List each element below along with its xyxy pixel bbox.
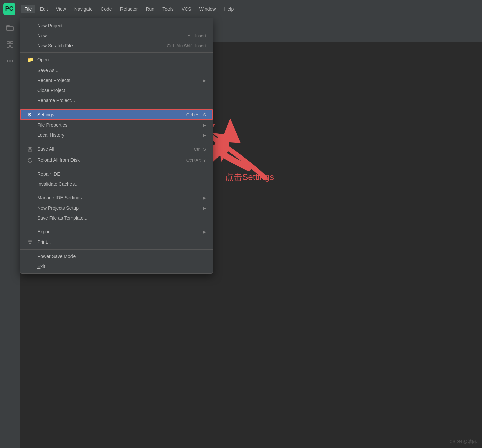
menu-file[interactable]: File <box>21 5 35 13</box>
menu-item-new-scratch[interactable]: New Scratch File Ctrl+Alt+Shift+Insert <box>20 41 213 51</box>
menu-item-label: Close Project <box>37 88 206 93</box>
menu-view[interactable]: View <box>53 5 69 13</box>
menu-item-local-history[interactable]: Local History ▶ <box>20 130 213 140</box>
menu-item-export[interactable]: Export ▶ <box>20 227 213 237</box>
divider-2 <box>20 107 213 107</box>
menu-item-save-as[interactable]: Save As... <box>20 65 213 75</box>
watermark: CSDN @清阳a <box>449 439 479 445</box>
menu-item-invalidate-caches[interactable]: Invalidate Caches... <box>20 179 213 189</box>
svg-rect-2 <box>11 41 13 44</box>
menu-item-save-all[interactable]: Save All Ctrl+S <box>20 144 213 154</box>
save-all-icon <box>27 146 35 152</box>
menu-item-recent-projects[interactable]: Recent Projects ▶ <box>20 75 213 85</box>
svg-rect-9 <box>29 147 31 149</box>
menu-item-label: Exit <box>37 264 206 269</box>
menu-run[interactable]: Run <box>142 5 158 13</box>
shortcut-label: Alt+Insert <box>188 33 206 38</box>
menu-bar: File Edit View Navigate Code Refactor Ru… <box>21 5 237 13</box>
divider-3 <box>20 142 213 142</box>
app-icon: PC <box>3 3 15 15</box>
sidebar-components-icon[interactable] <box>4 38 16 50</box>
menu-refactor[interactable]: Refactor <box>117 5 141 13</box>
reload-icon <box>27 157 35 163</box>
svg-rect-10 <box>28 150 32 151</box>
arrow-icon: ▶ <box>203 133 206 138</box>
divider-5 <box>20 191 213 191</box>
svg-rect-13 <box>29 243 31 244</box>
menu-item-new[interactable]: New... Alt+Insert <box>20 31 213 41</box>
menu-item-label: Local History <box>37 132 203 138</box>
menu-item-label: Settings... <box>37 112 186 117</box>
svg-point-7 <box>12 60 13 62</box>
menu-item-label: Open... <box>37 57 206 62</box>
shortcut-label: Ctrl+Alt+Y <box>186 158 206 163</box>
menu-item-reload[interactable]: Reload All from Disk Ctrl+Alt+Y <box>20 154 213 165</box>
arrow-icon: ▶ <box>203 206 206 211</box>
sidebar <box>0 18 20 448</box>
menu-code[interactable]: Code <box>97 5 115 13</box>
menu-item-save-template[interactable]: Save File as Template... <box>20 213 213 223</box>
sidebar-folder-icon[interactable] <box>4 21 16 34</box>
open-icon: 📁 <box>27 57 35 63</box>
menu-item-label: Invalidate Caches... <box>37 181 206 187</box>
menu-item-exit[interactable]: Exit <box>20 261 213 271</box>
menu-item-manage-ide[interactable]: Manage IDE Settings ▶ <box>20 193 213 203</box>
svg-rect-4 <box>11 45 13 47</box>
menu-navigate[interactable]: Navigate <box>71 5 96 13</box>
menu-item-label: Save All <box>37 146 194 152</box>
menu-item-label: Power Save Mode <box>37 254 206 259</box>
menu-window[interactable]: Window <box>196 5 220 13</box>
menu-item-label: Save As... <box>37 68 206 73</box>
menu-item-new-project[interactable]: New Project... <box>20 20 213 31</box>
settings-icon: ⚙ <box>27 111 35 118</box>
menu-item-power-save-mode[interactable]: Power Save Mode <box>20 251 213 261</box>
menu-item-repair-ide[interactable]: Repair IDE <box>20 169 213 179</box>
menu-item-label: Repair IDE <box>37 171 206 177</box>
divider-6 <box>20 225 213 225</box>
menu-item-label: File Properties <box>37 122 203 128</box>
menu-item-label: New Project... <box>37 23 206 28</box>
shortcut-label: Ctrl+S <box>194 147 206 152</box>
menu-item-settings[interactable]: ⚙ Settings... Ctrl+Alt+S <box>20 109 213 120</box>
svg-point-5 <box>7 60 8 62</box>
menu-item-label: Save File as Template... <box>37 215 206 221</box>
menu-item-label: Export <box>37 229 203 234</box>
sidebar-more-icon[interactable] <box>4 55 16 67</box>
print-icon <box>27 239 35 245</box>
arrow-icon: ▶ <box>203 123 206 128</box>
menu-item-label: Print... <box>37 239 206 245</box>
menu-item-open[interactable]: 📁 Open... <box>20 54 213 65</box>
svg-point-6 <box>9 60 11 62</box>
menu-edit[interactable]: Edit <box>37 5 51 13</box>
menu-item-label: New Projects Setup <box>37 205 203 211</box>
arrow-icon: ▶ <box>203 78 206 83</box>
title-bar: PC File Edit View Navigate Code Refactor… <box>0 0 482 18</box>
menu-item-label: Rename Project... <box>37 98 206 103</box>
menu-vcs[interactable]: VCS <box>178 5 195 13</box>
file-dropdown-menu: New Project... New... Alt+Insert New Scr… <box>20 18 213 274</box>
menu-help[interactable]: Help <box>221 5 237 13</box>
menu-item-label: New Scratch File <box>37 43 167 48</box>
arrow-icon: ▶ <box>203 195 206 200</box>
menu-item-label: New... <box>37 33 188 38</box>
menu-item-file-properties[interactable]: File Properties ▶ <box>20 120 213 130</box>
menu-item-rename-project[interactable]: Rename Project... <box>20 95 213 105</box>
menu-item-new-projects-setup[interactable]: New Projects Setup ▶ <box>20 203 213 213</box>
menu-item-close-project[interactable]: Close Project <box>20 85 213 95</box>
svg-rect-3 <box>7 45 9 47</box>
svg-rect-0 <box>7 26 13 31</box>
svg-rect-1 <box>7 41 9 44</box>
menu-item-label: Manage IDE Settings <box>37 195 203 200</box>
divider-1 <box>20 52 213 53</box>
menu-item-label: Reload All from Disk <box>37 157 186 163</box>
shortcut-label: Ctrl+Alt+S <box>186 112 206 117</box>
divider-4 <box>20 167 213 167</box>
menu-item-print[interactable]: Print... <box>20 237 213 248</box>
menu-tools[interactable]: Tools <box>159 5 177 13</box>
shortcut-label: Ctrl+Alt+Shift+Insert <box>167 43 206 48</box>
arrow-icon: ▶ <box>203 229 206 234</box>
menu-item-label: Recent Projects <box>37 78 203 83</box>
divider-7 <box>20 249 213 250</box>
